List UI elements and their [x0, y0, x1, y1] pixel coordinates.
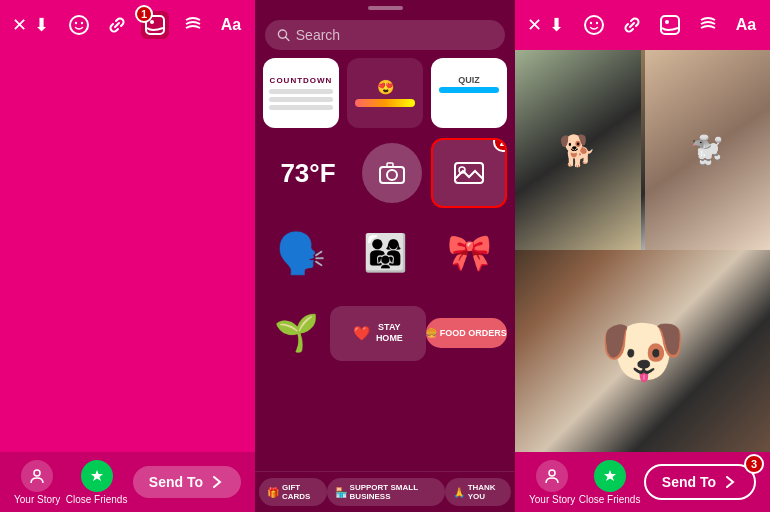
right-music-icon[interactable]	[694, 11, 722, 39]
music-icon[interactable]	[179, 11, 207, 39]
svg-point-0	[70, 16, 88, 34]
right-sticker-icon[interactable]	[656, 11, 684, 39]
people-sticker[interactable]: 👨‍👩‍👧	[347, 218, 423, 288]
right-panel: ✕ ⬇	[515, 0, 770, 512]
your-story-button[interactable]: Your Story	[14, 460, 60, 505]
right-download-icon[interactable]: ⬇	[542, 11, 570, 39]
svg-point-5	[34, 470, 40, 476]
svg-rect-11	[455, 163, 483, 183]
scroll-handle	[368, 6, 403, 10]
emoji-icon[interactable]	[65, 11, 93, 39]
photo-icon	[453, 157, 485, 189]
badge-3: 3	[744, 454, 764, 474]
ribbon-sticker[interactable]: 🎀	[431, 218, 507, 288]
left-send-to-label: Send To	[149, 474, 203, 490]
left-toolbar: ✕ ⬇	[0, 0, 255, 50]
right-your-story-button[interactable]: Your Story	[529, 460, 575, 505]
right-your-story-label: Your Story	[529, 494, 575, 505]
mouth-sticker[interactable]: 🗣️	[263, 218, 339, 288]
search-icon	[277, 28, 290, 42]
right-chevron-right-icon	[722, 474, 738, 490]
temperature-sticker[interactable]: 73°F	[263, 138, 353, 208]
close-friends-button[interactable]: Close Friends	[66, 460, 128, 505]
thank-you-label: THANK YOU	[468, 483, 503, 501]
svg-line-7	[286, 37, 289, 40]
countdown-sticker[interactable]: COUNTDOWN	[263, 58, 339, 128]
right-emoji-icon[interactable]	[580, 11, 608, 39]
right-send-to-label: Send To	[662, 474, 716, 490]
support-small-business-sticker[interactable]: 🏪 SUPPORT SMALL BUSINESS	[327, 478, 445, 506]
search-input[interactable]	[296, 27, 493, 43]
sticker-row-2: 73°F 2	[263, 138, 507, 208]
stay-home-sticker[interactable]: ❤️ STAYHOME	[330, 306, 426, 361]
left-toolbar-icons: ⬇ 1	[27, 11, 245, 39]
bottom-stickers-row: 🎁 GIFT CARDS 🏪 SUPPORT SMALL BUSINESS 🙏 …	[255, 471, 515, 512]
emoji-slider-sticker[interactable]: 😍	[347, 58, 423, 128]
camera-icon	[378, 159, 406, 187]
sticker-row-3: 🗣️ 👨‍👩‍👧 🎀	[263, 218, 507, 288]
thank-you-sticker[interactable]: 🙏 THANK YOU	[445, 478, 511, 506]
your-story-icon	[21, 460, 53, 492]
close-icon[interactable]: ✕	[12, 11, 27, 39]
photo-location-sticker[interactable]: 2	[431, 138, 507, 208]
svg-point-2	[81, 22, 83, 24]
right-images-area: 🐕 🐩 🐶	[515, 50, 770, 452]
support-small-business-label: SUPPORT SMALL BUSINESS	[350, 483, 437, 501]
sticker-grid: COUNTDOWN 😍 QUIZ	[255, 58, 515, 471]
gift-cards-sticker[interactable]: 🎁 GIFT CARDS	[259, 478, 327, 506]
right-send-to-button[interactable]: Send To	[644, 464, 756, 500]
right-toolbar-icons: ⬇	[542, 11, 760, 39]
right-your-story-icon	[536, 460, 568, 492]
svg-point-18	[549, 470, 555, 476]
right-close-friends-icon	[594, 460, 626, 492]
gift-cards-label: GIFT CARDS	[282, 483, 319, 501]
svg-rect-10	[387, 163, 393, 167]
svg-point-9	[387, 170, 397, 180]
right-close-friends-label: Close Friends	[579, 494, 641, 505]
search-bar[interactable]	[265, 20, 505, 50]
right-bottom-bar: Your Story Close Friends Send To 3	[515, 452, 770, 512]
svg-point-17	[665, 20, 669, 24]
left-bottom-bar: Your Story Close Friends Send To	[0, 452, 255, 512]
bottom-dog-image: 🐶	[515, 250, 770, 452]
middle-panel: COUNTDOWN 😍 QUIZ	[255, 0, 515, 512]
link-icon[interactable]	[103, 11, 131, 39]
sticker-row-1: COUNTDOWN 😍 QUIZ	[263, 58, 507, 128]
your-story-label: Your Story	[14, 494, 60, 505]
right-toolbar: ✕ ⬇	[515, 0, 770, 50]
chevron-right-icon	[209, 474, 225, 490]
right-close-friends-button[interactable]: Close Friends	[579, 460, 641, 505]
svg-point-14	[590, 22, 592, 24]
camera-sticker[interactable]	[362, 143, 422, 203]
sticker-icon[interactable]: 1	[141, 11, 169, 39]
badge-2: 2	[493, 138, 507, 152]
badge-1: 1	[135, 5, 153, 23]
download-icon[interactable]: ⬇	[27, 11, 55, 39]
svg-point-4	[150, 20, 154, 24]
svg-point-13	[585, 16, 603, 34]
close-friends-icon	[81, 460, 113, 492]
close-friends-label: Close Friends	[66, 494, 128, 505]
top-dog-image: 🐕 🐩	[515, 50, 770, 250]
food-orders-sticker[interactable]: 🍔 FOOD ORDERS	[426, 318, 507, 348]
svg-point-1	[75, 22, 77, 24]
svg-point-15	[596, 22, 598, 24]
svg-rect-16	[661, 16, 679, 34]
quiz-sticker[interactable]: QUIZ	[431, 58, 507, 128]
right-close-icon[interactable]: ✕	[527, 11, 542, 39]
plant-sticker[interactable]: 🌱	[263, 298, 330, 368]
left-canvas	[0, 50, 255, 452]
sticker-row-4: 🌱 ❤️ STAYHOME 🍔 FOOD ORDERS	[263, 298, 507, 368]
right-link-icon[interactable]	[618, 11, 646, 39]
text-icon[interactable]: Aa	[217, 11, 245, 39]
left-send-to-button[interactable]: Send To	[133, 466, 241, 498]
left-panel: ✕ ⬇	[0, 0, 255, 512]
right-text-icon[interactable]: Aa	[732, 11, 760, 39]
